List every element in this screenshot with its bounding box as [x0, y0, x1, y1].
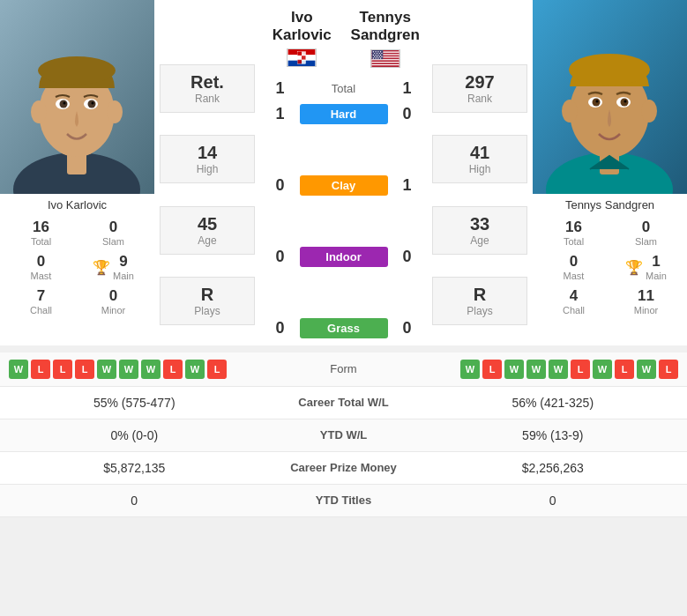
stats-row-0: 55% (575-477) Career Total W/L 56% (421-… [0, 387, 687, 419]
hard-right-score: 0 [396, 105, 418, 123]
left-form: WLLLWWWLWL [9, 360, 291, 379]
form-pill-w: W [526, 360, 546, 379]
total-left-score: 1 [269, 79, 291, 98]
left-photo [0, 0, 154, 194]
left-high-box: 14 High [160, 135, 255, 183]
grass-left-score: 0 [269, 319, 291, 338]
left-slam: 0 Slam [78, 216, 149, 249]
stats-label-0: Career Total W/L [256, 396, 432, 409]
form-pill-w: W [119, 360, 138, 379]
center-column: Ivo Karlovic TennysSandgren [260, 0, 427, 345]
svg-rect-31 [371, 60, 399, 61]
svg-point-11 [31, 100, 47, 123]
svg-point-68 [562, 100, 578, 122]
bottom-section: WLLLWWWLWL Form WLWWWLWLWL 55% (575-477)… [0, 353, 687, 517]
right-age-box: 33 Age [432, 206, 527, 255]
stats-right-1: 59% (13-9) [432, 428, 675, 442]
svg-rect-30 [371, 59, 399, 60]
left-trophy: 🏆 [93, 259, 110, 276]
right-chall: 4 Chall [538, 285, 609, 318]
grass-button: Grass [300, 318, 388, 338]
svg-point-53 [372, 57, 373, 58]
form-pill-l: L [75, 360, 94, 379]
right-rank-box: 297 Rank [432, 64, 527, 113]
right-form: WLWWWLWLWL [397, 360, 679, 379]
indoor-left-score: 0 [269, 248, 291, 266]
svg-point-46 [375, 54, 376, 55]
right-player-column: Tennys Sandgren 16 Total 0 Slam 0 Mast 🏆… [533, 0, 687, 345]
hard-left-score: 1 [269, 105, 291, 123]
right-main: 🏆 1 Main [610, 250, 682, 284]
svg-point-9 [63, 102, 66, 105]
right-name-label: Tennys Sandgren [533, 194, 687, 214]
indoor-right-score: 0 [396, 248, 418, 266]
svg-point-43 [378, 53, 379, 54]
left-plays-box: R Plays [160, 277, 255, 325]
top-section: Ivo Karlovic 16 Total 0 Slam 0 Mast 🏆 9 … [0, 0, 687, 345]
stats-right-2: $2,256,263 [432, 461, 675, 475]
svg-rect-22 [302, 60, 306, 64]
form-pill-w: W [9, 360, 28, 379]
indoor-surface-row: 0 Indoor 0 [260, 244, 427, 270]
svg-rect-21 [298, 60, 302, 64]
left-rank-box: Ret. Rank [160, 64, 255, 113]
svg-point-39 [377, 51, 378, 52]
stats-right-3: 0 [432, 494, 675, 508]
svg-point-4 [38, 56, 116, 85]
form-row: WLLLWWWLWL Form WLWWWLWLWL [0, 353, 687, 387]
grass-right-score: 0 [396, 319, 418, 338]
svg-rect-33 [371, 63, 399, 63]
form-pill-w: W [97, 360, 116, 379]
stats-left-3: 0 [13, 494, 256, 508]
svg-point-45 [372, 54, 373, 55]
svg-rect-34 [371, 64, 399, 65]
svg-point-44 [381, 53, 382, 54]
left-main: 🏆 9 Main [78, 250, 149, 284]
form-pill-l: L [615, 360, 634, 379]
left-flag-icon [260, 48, 344, 71]
stats-left-1: 0% (0-0) [13, 428, 256, 442]
svg-point-61 [569, 54, 650, 85]
stats-row-3: 0 YTD Titles 0 [0, 485, 687, 517]
right-minor: 11 Minor [610, 285, 682, 318]
total-label: Total [332, 82, 355, 95]
left-player-column: Ivo Karlovic 16 Total 0 Slam 0 Mast 🏆 9 … [0, 0, 154, 345]
clay-left-score: 0 [269, 176, 291, 195]
total-right-score: 1 [396, 79, 418, 98]
right-total: 16 Total [538, 216, 609, 249]
player-names-row: Ivo Karlovic TennysSandgren [260, 4, 427, 76]
stats-left-2: $5,872,135 [13, 461, 256, 475]
form-pill-l: L [482, 360, 502, 379]
svg-point-56 [380, 57, 381, 58]
svg-point-42 [377, 53, 377, 54]
form-pill-l: L [571, 360, 590, 379]
svg-point-51 [378, 56, 379, 56]
right-flag-icon [344, 49, 428, 71]
svg-point-47 [377, 54, 378, 55]
main-container: Ivo Karlovic 16 Total 0 Slam 0 Mast 🏆 9 … [0, 0, 687, 517]
svg-point-50 [377, 56, 377, 56]
form-pill-w: W [185, 360, 205, 379]
indoor-button: Indoor [300, 247, 388, 267]
svg-rect-18 [302, 52, 306, 56]
right-trophy: 🏆 [625, 259, 643, 276]
svg-point-54 [375, 57, 376, 58]
left-stats-grid: 16 Total 0 Slam 0 Mast 🏆 9 Main 7 Chall … [0, 214, 154, 320]
svg-rect-20 [302, 56, 306, 60]
hard-surface-row: 1 Hard 0 [260, 101, 427, 127]
right-player-header: TennysSandgren [344, 9, 428, 71]
clay-button: Clay [300, 175, 388, 196]
svg-point-55 [377, 57, 378, 58]
svg-point-12 [107, 100, 123, 123]
clay-right-score: 1 [396, 176, 418, 195]
svg-point-52 [381, 56, 382, 56]
right-plays-box: R Plays [432, 277, 527, 325]
right-mast: 0 Mast [538, 250, 609, 284]
svg-point-48 [380, 54, 381, 55]
right-inner-stats: 297 Rank 41 High 33 Age R Plays [427, 0, 533, 345]
form-pill-l: L [53, 360, 72, 379]
form-pill-l: L [659, 360, 678, 379]
stats-row-1: 0% (0-0) YTD W/L 59% (13-9) [0, 419, 687, 452]
svg-point-69 [641, 100, 657, 122]
left-name-label: Ivo Karlovic [0, 194, 154, 214]
